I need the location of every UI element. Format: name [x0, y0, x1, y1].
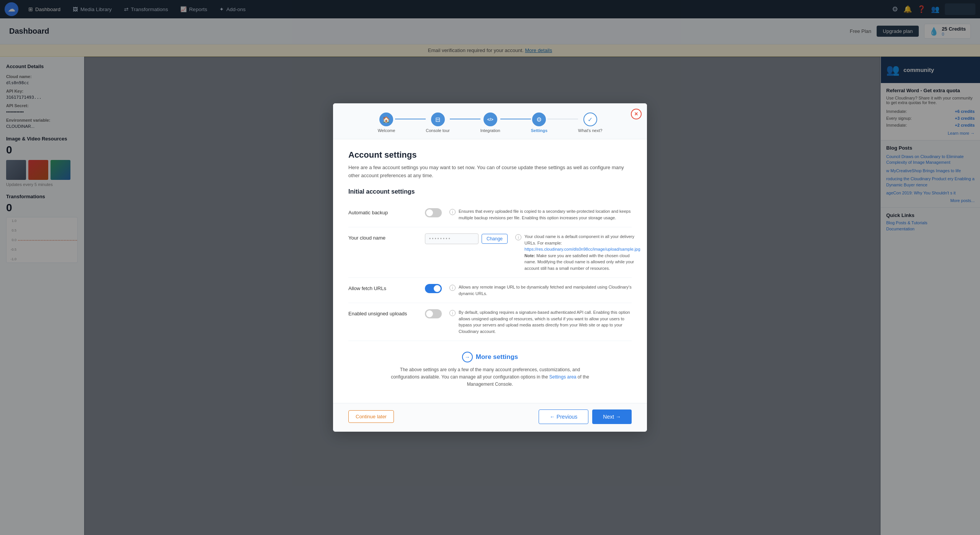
modal-backdrop: 🏠 Welcome ⊟ Console tour </> Integration…	[0, 0, 980, 535]
step-welcome: 🏠 Welcome	[378, 113, 395, 133]
unsigned-uploads-control	[425, 309, 442, 318]
next-button[interactable]: Next →	[592, 409, 632, 424]
modal-title: Account settings	[348, 150, 632, 160]
automatic-backup-control	[425, 208, 442, 217]
allow-fetch-row: Allow fetch URLs i Allows any remote ima…	[348, 278, 632, 303]
cloud-name-info-icon: i	[515, 234, 521, 240]
allow-fetch-desc-area: i Allows any remote image URL to be dyna…	[449, 284, 632, 297]
allow-fetch-desc: Allows any remote image URL to be dynami…	[459, 284, 632, 297]
connector-4	[547, 119, 578, 119]
step-label-console: Console tour	[426, 128, 449, 133]
more-settings-section: → More settings The above settings are o…	[348, 341, 632, 392]
step-whats-next: ✓ What's next?	[578, 113, 602, 133]
cloud-name-input[interactable]	[425, 233, 479, 244]
previous-button[interactable]: ← Previous	[539, 409, 588, 424]
allow-fetch-control	[425, 284, 442, 293]
step-console: ⊟ Console tour	[426, 113, 449, 133]
unsigned-uploads-label: Enabled unsigned uploads	[348, 309, 417, 316]
more-settings-desc: The above settings are only a few of the…	[387, 366, 593, 388]
automatic-backup-row: Automatic backup i Ensures that every up…	[348, 202, 632, 227]
cloud-name-desc: Your cloud name is a default component i…	[524, 233, 640, 271]
nav-buttons: ← Previous Next →	[539, 409, 632, 424]
unsigned-uploads-toggle[interactable]	[425, 309, 442, 318]
connector-2	[450, 119, 480, 119]
automatic-backup-toggle[interactable]	[425, 208, 442, 217]
cloud-name-example-link[interactable]: https://res.cloudinary.com/dls0n98cc/ima…	[524, 247, 640, 251]
cloud-name-setting-label: Your cloud name	[348, 233, 417, 241]
cloud-name-input-wrap: Change	[425, 233, 508, 244]
cloud-name-desc-area: i Your cloud name is a default component…	[515, 233, 640, 271]
step-label-integration: Integration	[480, 128, 500, 133]
modal-description: Here are a few account settings you may …	[348, 164, 632, 180]
connector-1	[395, 119, 426, 119]
step-label-whats-next: What's next?	[578, 128, 602, 133]
more-settings-label: More settings	[476, 353, 518, 361]
allow-fetch-toggle[interactable]	[425, 284, 442, 293]
unsigned-uploads-info-icon: i	[449, 310, 456, 316]
stepper: 🏠 Welcome ⊟ Console tour </> Integration…	[333, 103, 647, 139]
step-settings: ⚙ Settings	[531, 113, 547, 133]
step-circle-whats-next: ✓	[583, 113, 597, 126]
unsigned-uploads-desc-area: i By default, uploading requires a signa…	[449, 309, 632, 334]
account-settings-modal: 🏠 Welcome ⊟ Console tour </> Integration…	[333, 103, 647, 431]
automatic-backup-label: Automatic backup	[348, 208, 417, 215]
cloud-name-row: Your cloud name Change i Your cloud name…	[348, 227, 632, 278]
modal-footer: Continue later ← Previous Next →	[333, 403, 647, 432]
modal-body: Account settings Here are a few account …	[333, 139, 647, 403]
allow-fetch-info-icon: i	[449, 285, 456, 291]
step-label-settings: Settings	[531, 128, 547, 133]
step-circle-console: ⊟	[431, 113, 445, 126]
step-circle-settings: ⚙	[532, 113, 546, 126]
continue-later-button[interactable]: Continue later	[348, 410, 394, 423]
step-circle-welcome: 🏠	[379, 113, 393, 126]
settings-section-heading: Initial account settings	[348, 188, 632, 195]
more-settings-icon: →	[462, 352, 473, 362]
unsigned-uploads-desc: By default, uploading requires a signatu…	[459, 309, 632, 334]
automatic-backup-info-icon: i	[449, 209, 456, 215]
connector-3	[500, 119, 531, 119]
automatic-backup-desc-area: i Ensures that every uploaded file is co…	[449, 208, 632, 221]
more-settings-button[interactable]: → More settings	[462, 352, 518, 362]
settings-area-link[interactable]: Settings area	[549, 374, 577, 380]
unsigned-uploads-row: Enabled unsigned uploads i By default, u…	[348, 303, 632, 341]
step-circle-integration: </>	[483, 113, 497, 126]
step-integration: </> Integration	[480, 113, 500, 133]
automatic-backup-desc: Ensures that every uploaded file is copi…	[459, 208, 632, 221]
change-button[interactable]: Change	[482, 234, 508, 244]
allow-fetch-label: Allow fetch URLs	[348, 284, 417, 291]
step-label-welcome: Welcome	[378, 128, 395, 133]
cloud-name-control: Change	[425, 233, 508, 244]
